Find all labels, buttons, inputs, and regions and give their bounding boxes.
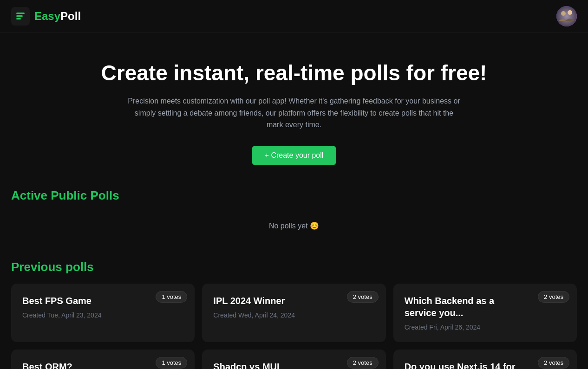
logo-poll: Poll (60, 10, 81, 22)
votes-badge: 1 votes (156, 291, 187, 303)
hero-title: Create instant, real-time polls for free… (11, 60, 577, 86)
poll-date: Created Wed, April 24, 2024 (213, 311, 374, 319)
votes-badge: 2 votes (347, 357, 379, 369)
previous-polls-title: Previous polls (11, 260, 577, 274)
no-polls-message: No polls yet 😊 (11, 212, 577, 249)
poll-date: Created Tue, April 23, 2024 (22, 311, 183, 319)
avatar-image (556, 6, 577, 26)
poll-card[interactable]: 1 votes Best ORM? Created Wed, May 1, 20… (11, 350, 195, 369)
active-polls-section: Active Public Polls No polls yet 😊 (0, 188, 588, 260)
poll-card[interactable]: 2 votes Shadcn vs MUI Created Wed, May 1… (202, 350, 385, 369)
active-polls-title: Active Public Polls (11, 188, 577, 203)
avatar[interactable] (556, 6, 577, 26)
hero-subtitle: Precision meets customization with our p… (127, 95, 461, 131)
poll-card[interactable]: 2 votes Which Backend as a service you..… (393, 284, 577, 342)
hero-section: Create instant, real-time polls for free… (0, 32, 588, 188)
votes-badge: 2 votes (538, 357, 569, 369)
poll-card[interactable]: 1 votes Best FPS Game Created Tue, April… (11, 284, 195, 342)
svg-point-5 (568, 10, 572, 15)
poll-date: Created Fri, April 26, 2024 (405, 324, 566, 331)
create-poll-button[interactable]: + Create your poll (252, 146, 337, 165)
svg-rect-1 (16, 15, 23, 17)
logo[interactable]: EasyPoll (11, 7, 81, 26)
svg-rect-2 (16, 18, 21, 19)
poll-card[interactable]: 2 votes Do you use Next.js 14 for your p… (393, 350, 577, 369)
poll-grid: 1 votes Best FPS Game Created Tue, April… (11, 284, 577, 369)
votes-badge: 1 votes (156, 357, 187, 369)
votes-badge: 2 votes (538, 291, 569, 303)
svg-rect-3 (556, 6, 577, 26)
logo-icon (11, 7, 30, 26)
votes-badge: 2 votes (347, 291, 379, 303)
svg-point-4 (561, 11, 566, 16)
header: EasyPoll (0, 0, 588, 32)
previous-polls-section: Previous polls 1 votes Best FPS Game Cre… (0, 260, 588, 369)
svg-rect-0 (16, 13, 25, 14)
logo-text: EasyPoll (34, 10, 81, 23)
logo-easy: Easy (34, 10, 60, 22)
poll-card[interactable]: 2 votes IPL 2024 Winner Created Wed, Apr… (202, 284, 385, 342)
